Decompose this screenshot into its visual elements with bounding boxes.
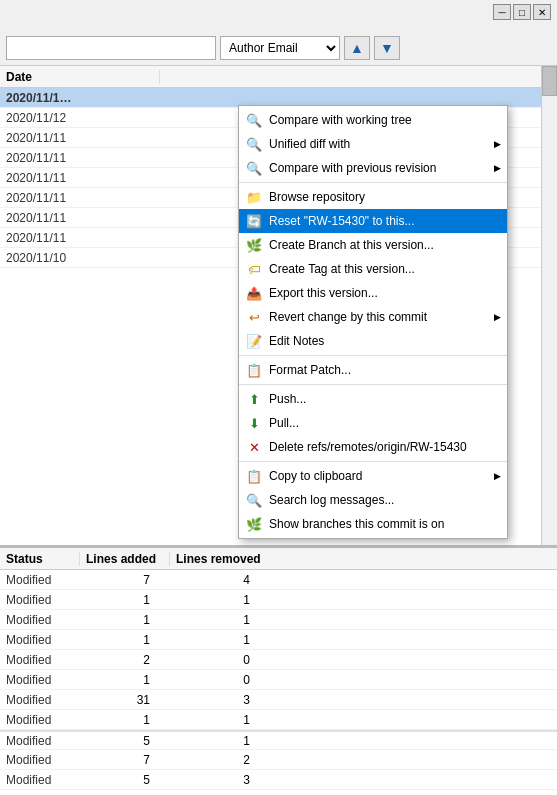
compare-working-label: Compare with working tree bbox=[269, 113, 499, 127]
maximize-button[interactable]: □ bbox=[513, 4, 531, 20]
lines-added-cell: 5 bbox=[80, 734, 170, 748]
search-log-label: Search log messages... bbox=[269, 493, 499, 507]
bottom-table-row[interactable]: Modified 2 0 bbox=[0, 650, 557, 670]
compare-prev-label: Compare with previous revision bbox=[269, 161, 499, 175]
date-cell: 2020/11/11 bbox=[0, 211, 80, 225]
show-branches-label: Show branches this commit is on bbox=[269, 517, 499, 531]
sort-up-button[interactable]: ▲ bbox=[344, 36, 370, 60]
bottom-table-row[interactable]: Modified 1 1 bbox=[0, 630, 557, 650]
bottom-panel: Status Lines added Lines removed Modifie… bbox=[0, 545, 557, 795]
lines-added-cell: 1 bbox=[80, 713, 170, 727]
menu-item-create-branch[interactable]: 🌿 Create Branch at this version... bbox=[239, 233, 507, 257]
bottom-table-row[interactable]: Modified 5 3 bbox=[0, 770, 557, 790]
create-branch-label: Create Branch at this version... bbox=[269, 238, 499, 252]
status-cell: Modified bbox=[0, 713, 80, 727]
push-icon: ⬆ bbox=[245, 390, 263, 408]
menu-item-format-patch[interactable]: 📋 Format Patch... bbox=[239, 358, 507, 382]
lines-removed-cell: 2 bbox=[170, 753, 270, 767]
reset-icon: 🔄 bbox=[245, 212, 263, 230]
bottom-table-row[interactable]: Modified 7 2 bbox=[0, 750, 557, 770]
sort-down-icon: ▼ bbox=[380, 40, 394, 56]
lines-removed-cell: 1 bbox=[170, 633, 270, 647]
status-cell: Modified bbox=[0, 573, 80, 587]
menu-separator bbox=[239, 182, 507, 183]
bottom-table-row[interactable]: Modified 7 4 bbox=[0, 570, 557, 590]
bottom-table-row[interactable]: Modified 1 1 bbox=[0, 710, 557, 730]
export-icon: 📤 bbox=[245, 284, 263, 302]
date-cell: 2020/11/11 bbox=[0, 131, 80, 145]
menu-item-edit-notes[interactable]: 📝 Edit Notes bbox=[239, 329, 507, 353]
close-button[interactable]: ✕ bbox=[533, 4, 551, 20]
copy-clipboard-icon: 📋 bbox=[245, 467, 263, 485]
menu-item-revert[interactable]: ↩ Revert change by this commit bbox=[239, 305, 507, 329]
scrollbar-thumb[interactable] bbox=[542, 66, 557, 96]
create-tag-icon: 🏷 bbox=[245, 260, 263, 278]
copy-clipboard-label: Copy to clipboard bbox=[269, 469, 499, 483]
menu-item-browse-repo[interactable]: 📁 Browse repository bbox=[239, 185, 507, 209]
status-cell: Modified bbox=[0, 693, 80, 707]
lines-removed-cell: 3 bbox=[170, 693, 270, 707]
format-patch-icon: 📋 bbox=[245, 361, 263, 379]
menu-item-create-tag[interactable]: 🏷 Create Tag at this version... bbox=[239, 257, 507, 281]
window-controls: ─ □ ✕ bbox=[487, 0, 557, 24]
browse-repo-label: Browse repository bbox=[269, 190, 499, 204]
lines-removed-cell: 1 bbox=[170, 713, 270, 727]
menu-item-reset[interactable]: 🔄 Reset "RW-15430" to this... bbox=[239, 209, 507, 233]
delete-refs-label: Delete refs/remotes/origin/RW-15430 bbox=[269, 440, 499, 454]
author-email-dropdown[interactable]: Author Email bbox=[220, 36, 340, 60]
bottom-table-row[interactable]: Modified 1 1 bbox=[0, 610, 557, 630]
lines-removed-cell: 1 bbox=[170, 613, 270, 627]
create-branch-icon: 🌿 bbox=[245, 236, 263, 254]
status-cell: Modified bbox=[0, 753, 80, 767]
date-cell: 2020/11/11 bbox=[0, 151, 80, 165]
date-column-header: Date bbox=[0, 70, 160, 84]
lines-removed-cell: 3 bbox=[170, 773, 270, 787]
bottom-table-row[interactable]: Modified 4 bbox=[0, 790, 557, 795]
unified-diff-icon: 🔍 bbox=[245, 135, 263, 153]
lines-added-cell: 1 bbox=[80, 593, 170, 607]
pull-label: Pull... bbox=[269, 416, 499, 430]
push-label: Push... bbox=[269, 392, 499, 406]
status-cell: Modified bbox=[0, 613, 80, 627]
menu-item-compare-working[interactable]: 🔍 Compare with working tree bbox=[239, 108, 507, 132]
context-menu: 🔍 Compare with working tree 🔍 Unified di… bbox=[238, 105, 508, 539]
status-cell: Modified bbox=[0, 633, 80, 647]
export-label: Export this version... bbox=[269, 286, 499, 300]
bottom-table-row[interactable]: Modified 1 0 bbox=[0, 670, 557, 690]
date-cell: 2020/11/1… bbox=[0, 91, 80, 105]
lines-added-cell: 5 bbox=[80, 773, 170, 787]
menu-item-search-log[interactable]: 🔍 Search log messages... bbox=[239, 488, 507, 512]
sort-down-button[interactable]: ▼ bbox=[374, 36, 400, 60]
bottom-table-row[interactable]: Modified 1 1 bbox=[0, 590, 557, 610]
menu-item-export[interactable]: 📤 Export this version... bbox=[239, 281, 507, 305]
menu-item-show-branches[interactable]: 🌿 Show branches this commit is on bbox=[239, 512, 507, 536]
delete-refs-icon: ✕ bbox=[245, 438, 263, 456]
menu-item-pull[interactable]: ⬇ Pull... bbox=[239, 411, 507, 435]
menu-item-delete-refs[interactable]: ✕ Delete refs/remotes/origin/RW-15430 bbox=[239, 435, 507, 459]
bottom-table-row[interactable]: Modified 31 3 bbox=[0, 690, 557, 710]
minimize-button[interactable]: ─ bbox=[493, 4, 511, 20]
bottom-table-header: Status Lines added Lines removed bbox=[0, 548, 557, 570]
menu-separator bbox=[239, 461, 507, 462]
status-cell: Modified bbox=[0, 673, 80, 687]
lines-removed-cell: 1 bbox=[170, 734, 270, 748]
menu-item-copy-clipboard[interactable]: 📋 Copy to clipboard bbox=[239, 464, 507, 488]
search-input[interactable] bbox=[6, 36, 216, 60]
edit-notes-label: Edit Notes bbox=[269, 334, 499, 348]
reset-label: Reset "RW-15430" to this... bbox=[269, 214, 499, 228]
lines-added-cell: 31 bbox=[80, 693, 170, 707]
show-branches-icon: 🌿 bbox=[245, 515, 263, 533]
bottom-table-row[interactable]: Modified 5 1 bbox=[0, 730, 557, 750]
menu-item-compare-prev[interactable]: 🔍 Compare with previous revision bbox=[239, 156, 507, 180]
menu-separator bbox=[239, 384, 507, 385]
menu-item-push[interactable]: ⬆ Push... bbox=[239, 387, 507, 411]
menu-separator bbox=[239, 355, 507, 356]
date-cell: 2020/11/11 bbox=[0, 191, 80, 205]
edit-notes-icon: 📝 bbox=[245, 332, 263, 350]
status-cell: Modified bbox=[0, 593, 80, 607]
pull-icon: ⬇ bbox=[245, 414, 263, 432]
compare-prev-icon: 🔍 bbox=[245, 159, 263, 177]
lines-added-cell: 7 bbox=[80, 753, 170, 767]
menu-item-unified-diff[interactable]: 🔍 Unified diff with bbox=[239, 132, 507, 156]
lines-removed-cell: 0 bbox=[170, 673, 270, 687]
